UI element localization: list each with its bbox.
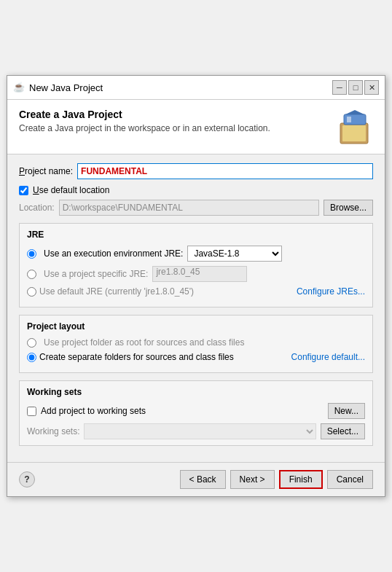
jre-section: JRE Use an execution environment JRE: Ja… (19, 223, 373, 307)
minimize-button[interactable]: ─ (332, 80, 347, 95)
window-icon: ☕ (13, 82, 25, 93)
jre-option1-label[interactable]: Use an execution environment JRE: (44, 248, 183, 259)
finish-button[interactable]: Finish (279, 470, 323, 489)
jre-option3-label[interactable]: Use default JRE (currently 'jre1.8.0_45'… (39, 286, 194, 297)
window-title: New Java Project (29, 82, 103, 93)
jre-dropdown1[interactable]: JavaSE-1.8 (187, 246, 282, 262)
use-default-location-checkbox[interactable] (19, 186, 28, 195)
working-sets-label: Working sets: (27, 426, 79, 436)
jre-section-title: JRE (27, 230, 365, 240)
layout-option1-radio[interactable] (27, 338, 36, 348)
dialog-window: ☕ New Java Project ─ □ ✕ Create a Java P… (7, 75, 385, 497)
location-input[interactable] (59, 200, 319, 216)
use-default-location-row: Use default location (19, 185, 373, 195)
layout-option2-left: Create separate folders for sources and … (27, 352, 234, 362)
jre-option2-row: Use a project specific JRE: jre1.8.0_45 (27, 266, 365, 282)
configure-jres-link[interactable]: Configure JREs... (297, 286, 365, 297)
maximize-button[interactable]: □ (348, 80, 363, 95)
footer: ? < Back Next > Finish Cancel (7, 462, 385, 496)
project-layout-title: Project layout (27, 321, 365, 332)
close-button[interactable]: ✕ (364, 80, 379, 95)
jre-option2-radio[interactable] (27, 270, 36, 279)
header-title: Create a Java Project (19, 109, 270, 120)
footer-buttons: < Back Next > Finish Cancel (180, 470, 373, 489)
layout-option2-radio[interactable] (27, 353, 36, 362)
layout-option2-row: Create separate folders for sources and … (27, 352, 365, 362)
working-sets-dropdown[interactable] (84, 423, 315, 439)
use-default-location-label[interactable]: Use default location (33, 185, 109, 195)
title-bar: ☕ New Java Project ─ □ ✕ (7, 76, 385, 100)
jre-option2-label[interactable]: Use a project specific JRE: (44, 269, 148, 279)
add-to-working-sets-checkbox[interactable] (27, 407, 36, 416)
configure-default-link[interactable]: Configure default... (291, 352, 365, 362)
svg-rect-4 (347, 117, 351, 122)
browse-button[interactable]: Browse... (324, 200, 373, 216)
working-sets-row: Working sets: Select... (27, 423, 365, 439)
project-layout-section: Project layout Use project folder as roo… (19, 315, 373, 373)
back-button[interactable]: < Back (180, 470, 226, 489)
jre-option1-radio[interactable] (27, 249, 36, 259)
project-name-input[interactable] (77, 163, 373, 179)
svg-marker-3 (345, 110, 364, 114)
select-working-set-button[interactable]: Select... (321, 423, 365, 439)
jre-option1-row: Use an execution environment JRE: JavaSE… (27, 246, 365, 262)
title-bar-buttons: ─ □ ✕ (332, 80, 379, 95)
next-button[interactable]: Next > (230, 470, 275, 489)
add-to-working-sets-label[interactable]: Add project to working sets (41, 406, 146, 416)
project-name-label: Project name: (19, 166, 73, 176)
layout-option2-label[interactable]: Create separate folders for sources and … (39, 352, 234, 362)
header-icon (337, 109, 373, 145)
project-name-row: Project name: (19, 163, 373, 179)
location-label: Location: (19, 203, 55, 213)
layout-option1-label[interactable]: Use project folder as root for sources a… (44, 337, 244, 348)
working-sets-title: Working sets (27, 387, 365, 397)
add-to-working-sets-left: Add project to working sets (27, 406, 146, 416)
location-row: Location: Browse... (19, 200, 373, 216)
header-text: Create a Java Project Create a Java proj… (19, 109, 270, 133)
jre-option3-left: Use default JRE (currently 'jre1.8.0_45'… (27, 286, 194, 297)
header-description: Create a Java project in the workspace o… (19, 123, 270, 133)
content-area: Project name: Use default location Locat… (7, 154, 385, 462)
jre-option3-radio[interactable] (27, 287, 36, 297)
jre-dropdown2: jre1.8.0_45 (152, 266, 247, 282)
working-sets-section: Working sets Add project to working sets… (19, 380, 373, 446)
jre-option3-row: Use default JRE (currently 'jre1.8.0_45'… (27, 286, 365, 297)
layout-option1-row: Use project folder as root for sources a… (27, 337, 365, 348)
title-bar-left: ☕ New Java Project (13, 82, 103, 93)
svg-rect-1 (342, 125, 366, 141)
header-section: Create a Java Project Create a Java proj… (7, 100, 385, 154)
new-working-set-button[interactable]: New... (328, 403, 365, 419)
cancel-button[interactable]: Cancel (327, 470, 373, 489)
help-button[interactable]: ? (19, 471, 35, 487)
